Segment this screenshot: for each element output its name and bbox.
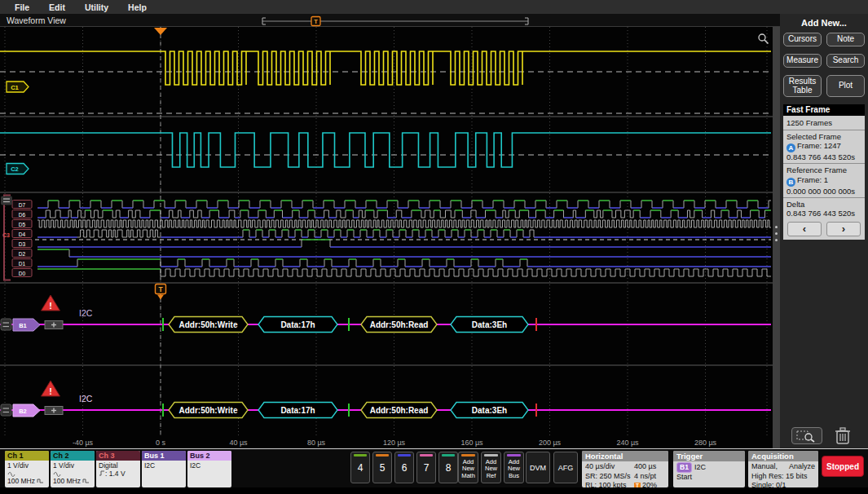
add-new-button-grid: Cursors Note Measure Search Results Tabl… [780, 33, 868, 97]
axis-tick-label: 240 µs [616, 439, 639, 447]
c2-channel-badge[interactable]: C2 [7, 164, 29, 174]
bus2-type-label: I2C [79, 394, 93, 404]
reference-frame-value[interactable]: BFrame: 1 [783, 175, 865, 187]
decode-field-text: Addr:50h:Read [370, 320, 429, 329]
channel-7-button[interactable]: 7 [416, 452, 436, 483]
trash-button[interactable] [831, 426, 855, 446]
horizontal-panel[interactable]: Horizontal 40 µs/div400 µs SR: 250 MS/s4… [582, 451, 668, 487]
bus1-drag-handle[interactable] [1, 319, 11, 330]
bus1-channel-badge[interactable]: B1 [13, 319, 40, 331]
add-new-title: Add New... [780, 18, 868, 28]
ch3-badge-title: Ch 3 [96, 451, 140, 461]
stopped-button[interactable]: Stopped [822, 456, 864, 477]
frame-b-badge: B [786, 178, 795, 187]
bottom-bar: Ch 1 1 V/div 100 MHz Ch 2 1 V/div 100 MH… [0, 448, 868, 487]
delta-label: Delta [783, 200, 865, 209]
c1-badge-label: C1 [11, 84, 19, 91]
bus1-badge[interactable]: Bus 1 I2C [142, 451, 186, 487]
splitter-dots [775, 226, 778, 228]
bus1-expand-button[interactable] [45, 321, 63, 329]
ch1-badge[interactable]: Ch 1 1 V/div 100 MHz [5, 451, 49, 487]
bus2-channel-badge[interactable]: B2 [13, 404, 40, 417]
digital-channel-label: D0 [19, 271, 26, 276]
add-new-math-button[interactable]: Add New Math [458, 452, 478, 483]
decode-field-text: Data:3Eh [472, 320, 507, 329]
menu-file[interactable]: File [15, 2, 29, 12]
selected-frame-label: Selected Frame [783, 132, 865, 141]
channel-6-button[interactable]: 6 [394, 452, 414, 483]
waveform-plot[interactable]: D7D6D5D4D3D2D1D0 Addr:50h:WriteData:17hA… [0, 27, 773, 448]
digital-channel-label: D5 [19, 222, 26, 227]
menu-utility[interactable]: Utility [85, 2, 108, 12]
fast-frame-title: Fast Frame [783, 104, 865, 116]
axis-tick-label: 200 µs [539, 439, 562, 447]
edge-icon [99, 470, 105, 476]
channel-4-button[interactable]: 4 [350, 452, 370, 483]
decode-field-text: Addr:50h:Write [178, 406, 237, 415]
bus-decode-waveforms: Addr:50h:WriteData:17hAddr:50h:ReadData:… [0, 317, 771, 418]
results-table-button[interactable]: Results Table [783, 75, 822, 97]
ch2-scale: 1 V/div [53, 461, 92, 470]
search-button[interactable]: Search [826, 54, 865, 68]
axis-tick-label: 120 µs [383, 439, 406, 447]
plot-button[interactable]: Plot [826, 75, 865, 97]
horizontal-position-minimap[interactable]: T [259, 15, 533, 27]
ch1-scale: 1 V/div [7, 461, 46, 470]
digital-group-drag-handle[interactable] [1, 196, 12, 205]
next-frame-button[interactable]: › [826, 222, 861, 236]
acquisition-panel-title: Acquisition [748, 451, 818, 461]
reference-frame-time: 0.000 000 000 000s [783, 187, 865, 196]
previous-frame-button[interactable]: ‹ [787, 222, 822, 236]
axis-tick-label: 280 µs [694, 439, 717, 447]
trigger-flag[interactable]: T [156, 284, 166, 300]
add-new-ref-button[interactable]: Add New Ref [481, 452, 501, 483]
bus1-type: I2C [144, 461, 183, 470]
bus2-drag-handle[interactable] [1, 404, 11, 416]
bus2-badge[interactable]: Bus 2 I2C [187, 451, 231, 487]
channel-5-button[interactable]: 5 [372, 452, 392, 483]
bus1-badge-title: Bus 1 [142, 451, 186, 461]
c1-channel-badge[interactable]: C1 [7, 82, 29, 92]
digital-channel-label: D1 [19, 261, 26, 267]
cursors-button[interactable]: Cursors [783, 33, 822, 46]
tab-waveform-view[interactable]: Waveform View [7, 15, 66, 25]
acquisition-panel[interactable]: Acquisition Manual,Analyze High Res: 15 … [748, 451, 818, 487]
menu-edit[interactable]: Edit [49, 2, 65, 12]
bus2-type: I2C [190, 461, 229, 470]
digital-channel-label: D4 [19, 232, 26, 237]
bus1-type-label: I2C [79, 308, 93, 318]
note-button[interactable]: Note [826, 33, 865, 46]
digital-waveforms: D7D6D5D4D3D2D1D0 [12, 201, 771, 277]
axis-tick-label: 0 s [156, 439, 166, 447]
sidebar: Add New... Cursors Note Measure Search R… [780, 14, 868, 448]
trigger-mode: Start [676, 473, 742, 483]
magnifier-icon [805, 434, 812, 440]
trigger-position-marker[interactable] [154, 28, 167, 35]
minimap-trigger-label: T [314, 18, 318, 25]
afg-button[interactable]: AFG [553, 452, 578, 483]
c3-threshold-label: C3 [2, 232, 10, 238]
add-new-bus-button[interactable]: Add New Bus [504, 452, 524, 483]
digital-channel-row: D6 [12, 210, 771, 218]
bus2-warning-icon[interactable]: ! [42, 381, 60, 396]
ch2-badge[interactable]: Ch 2 1 V/div 100 MHz [51, 451, 95, 487]
bus1-warning-icon[interactable]: ! [42, 295, 60, 311]
panel-splitter[interactable] [773, 27, 780, 448]
decode-field-text: Data:17h [280, 406, 315, 415]
digital-channel-row: D5 [12, 220, 771, 228]
trigger-source-badge: B1 [676, 462, 692, 473]
selected-frame-time: 0.843 766 443 520s [783, 152, 865, 161]
channel-8-button[interactable]: 8 [438, 452, 458, 483]
ch3-badge[interactable]: Ch 3 Digital : 1.4 V [96, 451, 140, 487]
splitter-dots [775, 239, 778, 241]
menu-help[interactable]: Help [128, 2, 147, 12]
trigger-panel[interactable]: Trigger B1I2C Start [673, 451, 745, 487]
bus2-expand-button[interactable] [45, 407, 63, 415]
dvm-button[interactable]: DVM [526, 452, 550, 483]
digital-channel-buttons: 4 5 6 7 8 [350, 452, 458, 483]
zoom-mode-icon[interactable] [759, 34, 769, 44]
zoom-box-button[interactable] [791, 427, 822, 444]
measure-button[interactable]: Measure [783, 54, 822, 68]
selected-frame-value[interactable]: AFrame: 1247 [783, 141, 865, 152]
axis-tick-label: 80 µs [307, 439, 326, 447]
